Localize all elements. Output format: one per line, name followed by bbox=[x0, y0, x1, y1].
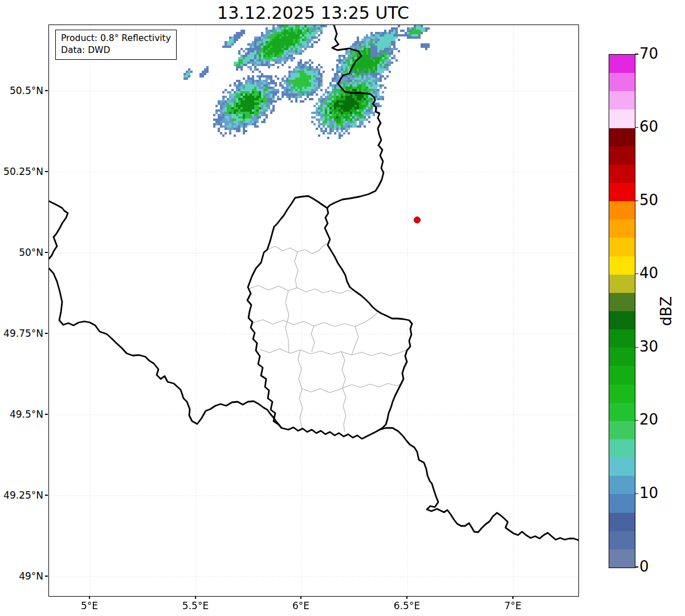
map-borders-layer bbox=[49, 25, 578, 596]
x-tick-mark bbox=[89, 596, 89, 599]
country-border-belgium-germany bbox=[327, 25, 384, 208]
colorbar-tick-mark bbox=[635, 127, 638, 128]
colorbar-segment bbox=[609, 293, 635, 311]
y-tick-label: 50.25°N bbox=[0, 166, 43, 177]
x-tick-mark bbox=[195, 596, 195, 599]
y-tick-mark bbox=[45, 576, 48, 576]
y-tick-mark bbox=[45, 90, 48, 91]
colorbar-segment bbox=[609, 146, 635, 165]
colorbar-tick-mark bbox=[635, 347, 638, 348]
canton-border bbox=[252, 313, 377, 327]
country-border-france-germany bbox=[380, 428, 578, 540]
figure-title: 13.12.2025 13:25 UTC bbox=[48, 3, 578, 23]
colorbar-segment bbox=[609, 531, 635, 549]
colorbar-tick-label: 70 bbox=[639, 45, 658, 62]
colorbar-tick-label: 60 bbox=[639, 118, 658, 135]
colorbar-tick-mark bbox=[635, 201, 638, 201]
colorbar-segment bbox=[609, 91, 635, 109]
colorbar-segment bbox=[609, 73, 635, 91]
colorbar-segment bbox=[609, 256, 635, 275]
canton-border bbox=[302, 388, 343, 393]
canton-border bbox=[248, 285, 353, 293]
y-tick-label: 49.75°N bbox=[0, 328, 43, 339]
colorbar-segment bbox=[609, 219, 635, 238]
colorbar-segment bbox=[609, 366, 635, 384]
colorbar-segment bbox=[609, 385, 635, 403]
colorbar-segment bbox=[609, 275, 635, 293]
x-tick-label: 5°E bbox=[64, 600, 115, 611]
canton-border bbox=[298, 350, 303, 428]
colorbar-segment bbox=[609, 458, 635, 476]
canton-border bbox=[343, 383, 403, 388]
colorbar-tick-label: 50 bbox=[639, 191, 658, 209]
colorbar-segment bbox=[609, 128, 635, 146]
colorbar-segment bbox=[609, 476, 635, 494]
canton-border bbox=[295, 252, 298, 288]
colorbar-tick-label: 40 bbox=[639, 264, 658, 282]
colorbar-segment bbox=[609, 183, 635, 201]
colorbar-segment bbox=[609, 421, 635, 439]
colorbar-segment bbox=[609, 165, 635, 183]
x-tick-label: 7°E bbox=[487, 600, 539, 611]
colorbar-segment bbox=[609, 201, 635, 219]
colorbar-tick-mark bbox=[635, 54, 638, 54]
y-tick-mark bbox=[45, 414, 48, 414]
colorbar-segment bbox=[609, 513, 635, 531]
radar-site-marker bbox=[414, 217, 421, 223]
y-tick-label: 50.5°N bbox=[0, 85, 43, 96]
colorbar bbox=[609, 54, 635, 568]
x-tick-label: 6°E bbox=[275, 600, 327, 611]
y-tick-label: 49°N bbox=[0, 570, 43, 582]
map-plot-area: Product: 0.8° Reflectivity Data: DWD bbox=[48, 25, 579, 597]
country-border-luxembourg-outline bbox=[247, 196, 412, 439]
product-info-box: Product: 0.8° Reflectivity Data: DWD bbox=[55, 30, 177, 60]
colorbar-segment bbox=[609, 238, 635, 256]
colorbar-segment bbox=[609, 494, 635, 512]
colorbar-tick-label: 0 bbox=[639, 558, 649, 575]
y-tick-label: 50°N bbox=[0, 247, 43, 258]
x-tick-mark bbox=[512, 596, 513, 599]
canton-border bbox=[352, 327, 358, 355]
x-tick-mark bbox=[406, 596, 407, 599]
colorbar-tick-mark bbox=[635, 274, 638, 274]
colorbar-tick-label: 30 bbox=[639, 338, 658, 355]
canton-border bbox=[311, 326, 315, 352]
colorbar-unit-label: dBZ bbox=[658, 296, 675, 326]
y-tick-mark bbox=[45, 171, 48, 172]
y-tick-mark bbox=[45, 252, 48, 252]
colorbar-tick-mark bbox=[635, 566, 638, 567]
colorbar-tick-label: 20 bbox=[639, 411, 658, 428]
y-tick-label: 49.25°N bbox=[0, 489, 43, 501]
y-tick-label: 49.5°N bbox=[0, 409, 43, 420]
country-border-belgium-france bbox=[49, 268, 282, 428]
x-tick-label: 5.5°E bbox=[170, 600, 221, 611]
x-tick-mark bbox=[300, 596, 301, 599]
colorbar-segment bbox=[609, 348, 635, 366]
canton-border bbox=[341, 352, 346, 432]
colorbar-segment bbox=[609, 311, 635, 329]
colorbar-segment bbox=[609, 439, 635, 458]
colorbar-segment bbox=[609, 549, 635, 568]
colorbar-segment bbox=[609, 109, 635, 128]
colorbar-segment bbox=[609, 403, 635, 421]
radar-figure-page: { "title": "13.12.2025 13:25 UTC", "info… bbox=[0, 0, 685, 616]
data-source-label: Data: DWD bbox=[61, 44, 171, 56]
colorbar-tick-mark bbox=[635, 420, 638, 421]
country-border-belgium-france-west-loop bbox=[49, 201, 68, 259]
y-tick-mark bbox=[45, 333, 48, 333]
colorbar-tick-label: 10 bbox=[639, 484, 658, 501]
product-label: Product: 0.8° Reflectivity bbox=[61, 32, 171, 44]
y-tick-mark bbox=[45, 495, 48, 495]
x-tick-label: 6.5°E bbox=[381, 600, 433, 611]
canton-border bbox=[260, 349, 407, 356]
colorbar-segment bbox=[609, 55, 635, 73]
colorbar-segment bbox=[609, 329, 635, 348]
colorbar-tick-mark bbox=[635, 493, 638, 494]
